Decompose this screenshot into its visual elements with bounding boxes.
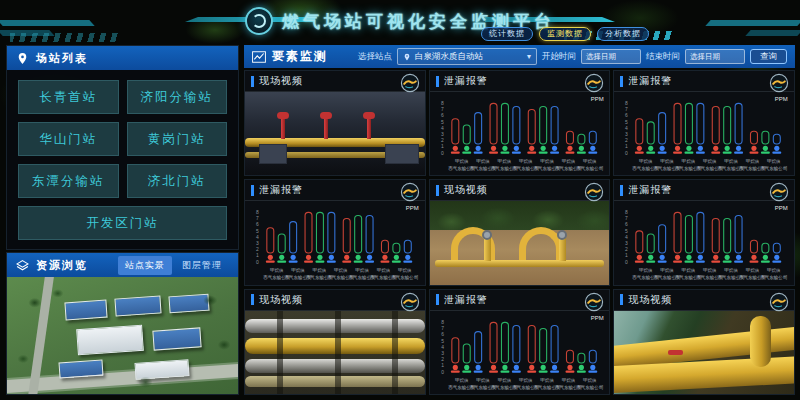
station-button-5[interactable]: 东潭分输站: [18, 164, 119, 198]
panel-body: PPM012345678甲烷值西气东输公司甲烷值西气东输公司甲烷值西气东输公司甲…: [430, 311, 610, 394]
resource-tab-1[interactable]: 站点实景: [118, 256, 172, 275]
station-button-2[interactable]: 济阳分输站: [127, 80, 228, 114]
svg-text:甲烷值: 甲烷值: [476, 378, 490, 383]
svg-text:西气东输公司: 西气东输公司: [576, 384, 603, 391]
svg-text:甲烷值: 甲烷值: [519, 159, 533, 164]
panel-body: [245, 311, 425, 394]
top-header: 燃气场站可视化安全监测平台 统计数据监测数据分析数据: [0, 0, 800, 42]
panel-body: PPM012345678甲烷值西气东输公司甲烷值西气东输公司甲烷值西气东输公司甲…: [614, 201, 794, 284]
svg-text:甲烷值: 甲烷值: [519, 378, 533, 383]
video-feed[interactable]: [614, 311, 794, 394]
svg-text:甲烷值: 甲烷值: [639, 268, 653, 273]
element-monitor-panel: 要素监测 选择站点 白泉湖水质自动站 ▾ 开始时间 选择日期 结束时间 选择日期…: [244, 45, 795, 395]
live-video-panel: 现场视频: [613, 289, 795, 395]
header-data-button-2[interactable]: 监测数据: [539, 27, 591, 41]
svg-text:甲烷值: 甲烷值: [561, 378, 575, 383]
resource-tab-2[interactable]: 图层管理: [175, 256, 229, 275]
svg-text:3: 3: [441, 351, 444, 356]
station-button-7[interactable]: 开发区门站: [18, 206, 227, 240]
panel-header: 泄漏报警: [430, 71, 610, 92]
svg-text:甲烷值: 甲烷值: [661, 159, 675, 164]
svg-text:7: 7: [625, 107, 628, 112]
leak-alarm-chart: PPM012345678甲烷值西气东输公司甲烷值西气东输公司甲烷值西气东输公司甲…: [614, 201, 794, 284]
svg-text:2: 2: [256, 248, 259, 253]
svg-text:甲烷值: 甲烷值: [725, 268, 739, 273]
panel-accent-bar: [436, 185, 439, 196]
svg-text:甲烷值: 甲烷值: [746, 268, 760, 273]
station-button-6[interactable]: 济北门站: [127, 164, 228, 198]
svg-text:8: 8: [256, 210, 259, 215]
panel-header: 泄漏报警: [430, 290, 610, 311]
header-data-button-3[interactable]: 分析数据: [597, 27, 649, 41]
platform-logo-icon: [245, 7, 273, 35]
svg-text:0: 0: [256, 260, 259, 265]
leak-alarm-panel: 泄漏报警 PPM012345678甲烷值西气东输公司甲烷值西气东输公司甲烷值西气…: [613, 70, 795, 176]
panel-header: 泄漏报警: [614, 180, 794, 201]
svg-text:1: 1: [625, 144, 628, 149]
svg-text:西气东输公司: 西气东输公司: [761, 165, 788, 172]
station-select[interactable]: 白泉湖水质自动站 ▾: [397, 48, 537, 65]
svg-text:6: 6: [441, 332, 444, 337]
svg-text:0: 0: [441, 151, 444, 156]
svg-text:5: 5: [441, 338, 444, 343]
start-time-input[interactable]: 选择日期: [581, 49, 641, 64]
end-time-label: 结束时间: [646, 51, 680, 63]
resource-header: 资源浏览 站点实景图层管理: [7, 253, 238, 277]
svg-text:3: 3: [256, 241, 259, 246]
svg-text:7: 7: [256, 217, 259, 222]
panel-header: 现场视频: [614, 290, 794, 311]
svg-text:甲烷值: 甲烷值: [540, 378, 554, 383]
svg-text:甲烷值: 甲烷值: [497, 159, 511, 164]
video-feed[interactable]: [245, 311, 425, 394]
svg-text:西气东输公司: 西气东输公司: [391, 274, 418, 281]
site-aerial-image[interactable]: [7, 277, 238, 394]
end-time-input[interactable]: 选择日期: [685, 49, 745, 64]
svg-text:甲烷值: 甲烷值: [703, 159, 717, 164]
svg-text:0: 0: [625, 151, 628, 156]
svg-text:甲烷值: 甲烷值: [398, 268, 412, 273]
svg-text:2: 2: [441, 357, 444, 362]
svg-text:5: 5: [256, 229, 259, 234]
svg-text:甲烷值: 甲烷值: [583, 378, 597, 383]
panel-header: 现场视频: [430, 180, 610, 201]
panel-accent-bar: [620, 294, 623, 305]
safety-emblem-icon: [400, 73, 420, 93]
svg-text:1: 1: [441, 144, 444, 149]
monitor-grid: 现场视频 泄漏报警 PPM012345678甲烷值西气东输公司甲烷值西气东输公司…: [244, 70, 795, 395]
svg-text:5: 5: [625, 229, 628, 234]
panel-title: 泄漏报警: [259, 183, 303, 197]
svg-text:甲烷值: 甲烷值: [455, 378, 469, 383]
query-button[interactable]: 查询: [750, 49, 787, 64]
svg-text:PPM: PPM: [590, 96, 603, 102]
svg-text:6: 6: [625, 223, 628, 228]
svg-text:1: 1: [256, 254, 259, 259]
svg-text:8: 8: [625, 101, 628, 106]
video-feed[interactable]: [245, 92, 425, 175]
station-button-3[interactable]: 华山门站: [18, 122, 119, 156]
safety-emblem-icon: [584, 292, 604, 312]
panel-body: PPM012345678甲烷值西气东输公司甲烷值西气东输公司甲烷值西气东输公司甲…: [245, 201, 425, 284]
svg-text:甲烷值: 甲烷值: [455, 159, 469, 164]
header-corner-decor: [745, 30, 800, 36]
svg-text:甲烷值: 甲烷值: [561, 159, 575, 164]
station-grid: 长青首站济阳分输站华山门站黄岗门站东潭分输站济北门站开发区门站: [7, 70, 238, 250]
location-pin-icon: [16, 52, 29, 65]
svg-text:8: 8: [625, 210, 628, 215]
leak-alarm-panel: 泄漏报警 PPM012345678甲烷值西气东输公司甲烷值西气东输公司甲烷值西气…: [429, 289, 611, 395]
layers-icon: [16, 259, 29, 272]
svg-text:甲烷值: 甲烷值: [725, 159, 739, 164]
live-video-panel: 现场视频: [244, 289, 426, 395]
svg-text:西气东输公司: 西气东输公司: [761, 274, 788, 281]
svg-text:PPM: PPM: [775, 205, 788, 211]
svg-text:8: 8: [441, 101, 444, 106]
station-button-4[interactable]: 黄岗门站: [127, 122, 228, 156]
svg-text:0: 0: [625, 260, 628, 265]
live-video-panel: 现场视频: [244, 70, 426, 176]
video-feed[interactable]: [430, 201, 610, 284]
svg-text:甲烷值: 甲烷值: [682, 159, 696, 164]
station-button-1[interactable]: 长青首站: [18, 80, 119, 114]
panel-header: 泄漏报警: [614, 71, 794, 92]
panel-accent-bar: [436, 294, 439, 305]
svg-text:PPM: PPM: [590, 315, 603, 321]
header-data-button-1[interactable]: 统计数据: [481, 27, 533, 41]
